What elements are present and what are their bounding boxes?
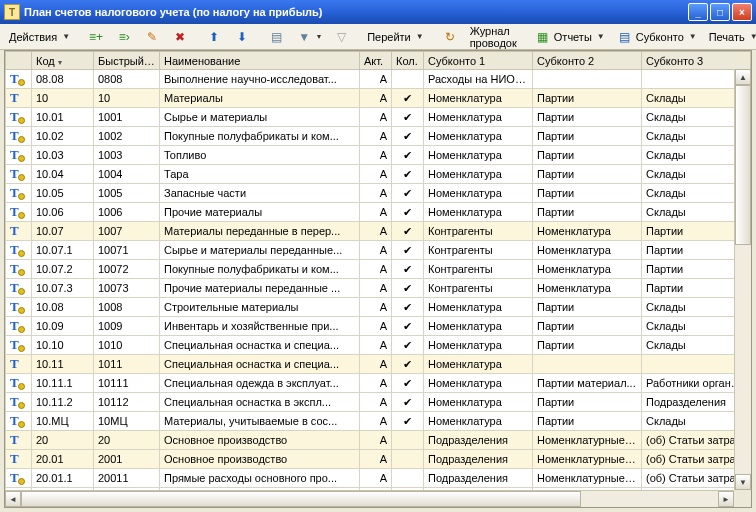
row-icon-cell: T xyxy=(6,222,32,241)
level-up-icon: ⬆ xyxy=(206,29,222,45)
table-row[interactable]: T10.081008Строительные материалыА✔Номенк… xyxy=(6,298,751,317)
goto-menu[interactable]: Перейти ▼ xyxy=(362,27,429,47)
vertical-scrollbar[interactable]: ▲ ▼ xyxy=(734,69,751,490)
scroll-up-button[interactable]: ▲ xyxy=(735,69,751,85)
table-row[interactable]: T10.041004ТараА✔НоменклатураПартииСклады xyxy=(6,165,751,184)
cell-name: Прочие материалы переданные ... xyxy=(160,279,360,298)
scroll-down-button[interactable]: ▼ xyxy=(735,474,751,490)
add-button[interactable]: ≡+ xyxy=(83,27,109,47)
cell-name: Запасные части xyxy=(160,184,360,203)
cell-sub1: Номенклатура xyxy=(424,108,533,127)
table-row[interactable]: T10.031003ТопливоА✔НоменклатураПартииСкл… xyxy=(6,146,751,165)
table-row[interactable]: T10.07.110071Сырье и материалы переданны… xyxy=(6,241,751,260)
table-row[interactable]: T1010МатериалыА✔НоменклатураПартииСклады xyxy=(6,89,751,108)
cell-code: 10.07.3 xyxy=(32,279,94,298)
actions-menu[interactable]: Действия ▼ xyxy=(4,27,75,47)
move-down-button[interactable]: ⬇ xyxy=(229,27,255,47)
check-icon: ✔ xyxy=(403,358,412,370)
table-row[interactable]: T10.11.210112Специальная оснастка в эксп… xyxy=(6,393,751,412)
cell-sub2: Партии xyxy=(533,203,642,222)
row-icon-cell: T xyxy=(6,469,32,488)
cell-code: 10 xyxy=(32,89,94,108)
window-title: План счетов налогового учета (по налогу … xyxy=(24,6,688,18)
maximize-button[interactable]: □ xyxy=(710,3,730,21)
table-row[interactable]: T10.011001Сырье и материалыА✔Номенклатур… xyxy=(6,108,751,127)
account-icon: T xyxy=(10,223,19,239)
cell-sub1: Номенклатура xyxy=(424,203,533,222)
row-icon-cell: T xyxy=(6,260,32,279)
table-row[interactable]: T10.11.110111Специальная одежда в эксплу… xyxy=(6,374,751,393)
check-icon: ✔ xyxy=(403,168,412,180)
table-row[interactable]: T10.101010Специальная оснастка и специа.… xyxy=(6,336,751,355)
cell-sub2: Номенклатура xyxy=(533,260,642,279)
table-row[interactable]: T10.07.310073Прочие материалы переданные… xyxy=(6,279,751,298)
scroll-thumb[interactable] xyxy=(735,85,751,245)
cell-akt: А xyxy=(360,184,392,203)
horizontal-scrollbar[interactable]: ◄ ► xyxy=(5,490,734,507)
cell-sub1: Номенклатура xyxy=(424,184,533,203)
table-row[interactable]: T10.МЦ10МЦМатериалы, учитываемые в сос..… xyxy=(6,412,751,431)
table-row[interactable]: T10.021002Покупные полуфабрикаты и ком..… xyxy=(6,127,751,146)
col-akt[interactable]: Акт. xyxy=(360,52,392,70)
refresh-button[interactable]: ↻ xyxy=(437,27,463,47)
cell-code: 10.07.1 xyxy=(32,241,94,260)
add-sub-button[interactable]: ≡› xyxy=(111,27,137,47)
cell-kol: ✔ xyxy=(392,203,424,222)
scroll-thumb-h[interactable] xyxy=(21,491,581,507)
col-sub1[interactable]: Субконто 1 xyxy=(424,52,533,70)
cell-akt: А xyxy=(360,317,392,336)
cell-name: Тара xyxy=(160,165,360,184)
table-row[interactable]: T10.071007Материалы переданные в перер..… xyxy=(6,222,751,241)
col-kol[interactable]: Кол. xyxy=(392,52,424,70)
edit-button[interactable]: ✎ xyxy=(139,27,165,47)
move-up-button[interactable]: ⬆ xyxy=(201,27,227,47)
print-menu[interactable]: Печать ▼ xyxy=(704,27,756,47)
row-icon-cell: T xyxy=(6,450,32,469)
cell-code: 10.03 xyxy=(32,146,94,165)
reports-menu[interactable]: ▦ Отчеты ▼ xyxy=(530,27,610,47)
clear-filter-button[interactable]: ▽ xyxy=(328,27,354,47)
table-row[interactable]: T08.080808Выполнение научно-исследоват..… xyxy=(6,70,751,89)
cell-akt: А xyxy=(360,393,392,412)
table-row[interactable]: T10.07.210072Покупные полуфабрикаты и ко… xyxy=(6,260,751,279)
table-row[interactable]: T10.051005Запасные частиА✔НоменклатураПа… xyxy=(6,184,751,203)
cell-sub1: Контрагенты xyxy=(424,279,533,298)
cell-fast: 1011 xyxy=(94,355,160,374)
col-fast[interactable]: Быстрый ... xyxy=(94,52,160,70)
toolbar: Действия ▼ ≡+ ≡› ✎ ✖ ⬆ ⬇ ▤ ▼▾ ▽ Перейти … xyxy=(0,24,756,50)
accounts-table[interactable]: Код ▾ Быстрый ... Наименование Акт. Кол.… xyxy=(5,51,751,508)
journal-button[interactable]: Журнал проводок xyxy=(465,27,522,47)
check-icon: ✔ xyxy=(403,206,412,218)
account-icon: T xyxy=(10,166,19,182)
table-row[interactable]: T10.061006Прочие материалыА✔Номенклатура… xyxy=(6,203,751,222)
hierarchy-button[interactable]: ▤ xyxy=(263,27,289,47)
scroll-left-button[interactable]: ◄ xyxy=(5,491,21,507)
cell-kol: ✔ xyxy=(392,393,424,412)
cell-code: 10.МЦ xyxy=(32,412,94,431)
table-row[interactable]: T10.111011Специальная оснастка и специа.… xyxy=(6,355,751,374)
filter-button[interactable]: ▼▾ xyxy=(291,27,326,47)
row-icon-cell: T xyxy=(6,355,32,374)
goto-label: Перейти xyxy=(367,31,411,43)
col-sub3[interactable]: Субконто 3 xyxy=(642,52,751,70)
table-row[interactable]: T20.01.120011Прямые расходы основного пр… xyxy=(6,469,751,488)
check-icon: ✔ xyxy=(403,282,412,294)
col-name[interactable]: Наименование xyxy=(160,52,360,70)
col-icon[interactable] xyxy=(6,52,32,70)
delete-button[interactable]: ✖ xyxy=(167,27,193,47)
close-button[interactable]: × xyxy=(732,3,752,21)
add-icon: ≡+ xyxy=(88,29,104,45)
cell-sub2 xyxy=(533,70,642,89)
table-row[interactable]: T20.012001Основное производствоАПодразде… xyxy=(6,450,751,469)
col-code[interactable]: Код ▾ xyxy=(32,52,94,70)
col-sub2[interactable]: Субконто 2 xyxy=(533,52,642,70)
table-row[interactable]: T10.091009Инвентарь и хозяйственные при.… xyxy=(6,317,751,336)
scroll-right-button[interactable]: ► xyxy=(718,491,734,507)
chevron-down-icon: ▼ xyxy=(62,32,70,41)
table-row[interactable]: T2020Основное производствоАПодразделения… xyxy=(6,431,751,450)
cell-akt: А xyxy=(360,146,392,165)
subkonto-menu[interactable]: ▤ Субконто ▼ xyxy=(612,27,702,47)
cell-kol xyxy=(392,431,424,450)
minimize-button[interactable]: _ xyxy=(688,3,708,21)
account-icon: T xyxy=(10,261,19,277)
